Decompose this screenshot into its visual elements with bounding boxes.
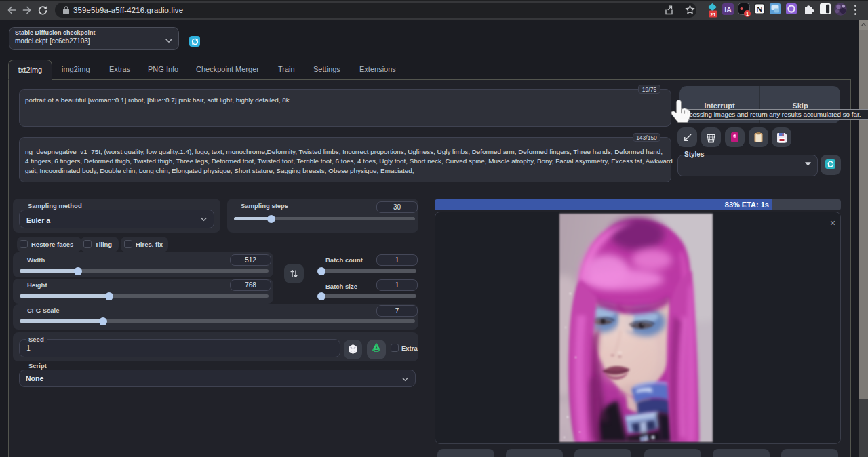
svg-text:21: 21: [710, 12, 715, 18]
svg-text:N: N: [757, 5, 763, 14]
svg-text:IA: IA: [724, 5, 732, 14]
svg-text:1: 1: [746, 11, 749, 17]
